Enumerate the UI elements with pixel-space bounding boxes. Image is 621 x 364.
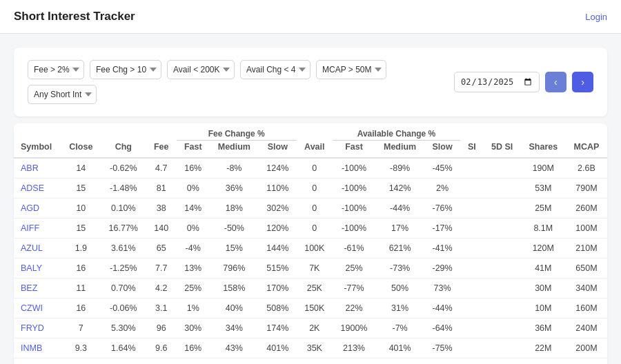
data-table-container: Fee Change %Available Change %SymbolClos…	[14, 123, 607, 364]
table-row: CZWI16-0.06%3.11%40%508%150K22%31%-44%10…	[14, 299, 607, 318]
col-header: Medium	[210, 141, 259, 159]
col-header: Medium	[375, 141, 424, 159]
table-row: BEZ110.70%4.225%158%170%25K-77%50%73%30M…	[14, 279, 607, 299]
table-row: ABR14-0.62%4.716%-8%124%0-100%-89%-45%19…	[14, 158, 607, 179]
filter-mcap[interactable]: MCAP > 50M	[316, 60, 386, 79]
col-header: MCAP	[566, 141, 607, 159]
symbol-link[interactable]: AGD	[21, 203, 39, 213]
col-header: Fee	[146, 141, 177, 159]
symbol-link[interactable]: INMB	[21, 343, 42, 353]
data-table: Fee Change %Available Change %SymbolClos…	[14, 123, 607, 364]
table-row: BALY16-1.25%7.713%796%515%7K25%-73%-29%4…	[14, 259, 607, 279]
table-row: AZUL1.93.61%65-4%15%144%100K-61%621%-41%…	[14, 239, 607, 259]
col-header: Avail	[297, 141, 333, 159]
symbol-link[interactable]: FRYD	[21, 323, 44, 333]
col-group	[297, 123, 333, 141]
table-row: FRYD75.30%9630%34%174%2K1900%-7%-64%36M2…	[14, 318, 607, 338]
filter-bar: Fee > 2%Fee Chg > 10Avail < 200KAvail Ch…	[14, 48, 607, 117]
filter-avail[interactable]: Avail < 200K	[167, 60, 235, 79]
filter-fee_chg[interactable]: Fee Chg > 10	[90, 60, 161, 79]
next-button[interactable]: ›	[572, 72, 593, 92]
date-picker[interactable]	[454, 72, 540, 92]
table-row: ADSE15-1.48%810%36%110%0-100%142%2%53M79…	[14, 179, 607, 199]
symbol-link[interactable]: ADSE	[21, 183, 44, 193]
col-header: Slow	[259, 141, 297, 159]
symbol-link[interactable]: BALY	[21, 263, 42, 273]
col-group: Fee Change %	[177, 123, 297, 141]
table-row: JG12-4.40%77-3%-4%134%95K-3%99%-47%6M75M	[14, 358, 607, 365]
prev-button[interactable]: ‹	[545, 72, 566, 92]
app-title: Short Interest Tracker	[14, 10, 135, 23]
table-row: AGD100.10%3814%18%302%0-100%-44%-76%25M2…	[14, 199, 607, 219]
col-header: Fast	[177, 141, 210, 159]
symbol-link[interactable]: CZWI	[21, 303, 43, 313]
col-header: Chg	[101, 141, 146, 159]
col-header: Close	[61, 141, 101, 159]
symbol-link[interactable]: AIFF	[21, 223, 39, 233]
filter-short_int[interactable]: Any Short Int	[28, 85, 97, 104]
col-header: Slow	[424, 141, 460, 159]
symbol-link[interactable]: ABR	[21, 163, 39, 173]
col-header: Shares	[521, 141, 566, 159]
col-header: SI	[460, 141, 484, 159]
col-header: 5D SI	[484, 141, 521, 159]
col-group: Available Change %	[333, 123, 460, 141]
symbol-link[interactable]: BEZ	[21, 283, 37, 293]
filter-fee[interactable]: Fee > 2%	[28, 60, 84, 79]
filter-avail_chg[interactable]: Avail Chg < 4	[240, 60, 310, 79]
col-header: Fast	[333, 141, 375, 159]
table-row: INMB9.31.64%9.616%43%401%35K213%401%-75%…	[14, 338, 607, 358]
table-row: AIFF1516.77%1400%-50%120%0-100%17%-17%8.…	[14, 219, 607, 239]
symbol-link[interactable]: AZUL	[21, 243, 43, 253]
col-group	[14, 123, 177, 141]
col-group	[460, 123, 607, 141]
col-header: Symbol	[14, 141, 61, 159]
login-link[interactable]: Login	[585, 12, 607, 22]
